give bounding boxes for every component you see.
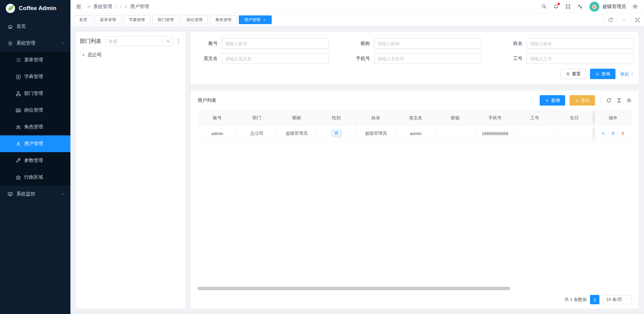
phone-input[interactable] (374, 53, 481, 64)
tab-options-dropdown[interactable] (617, 13, 631, 26)
tab-dept-mgmt[interactable]: 部门管理 (152, 15, 179, 24)
table-row[interactable]: admin 总公司 超级管理员 男 超级管理员 admin 1888888888… (198, 126, 632, 141)
collapse-filters-link[interactable]: 收起 (620, 71, 634, 77)
tab-refresh-button[interactable] (604, 13, 617, 26)
settings-button[interactable] (632, 4, 638, 9)
cell-gender: 男 (317, 126, 356, 141)
query-button[interactable]: 查询 (590, 69, 615, 79)
account-input[interactable] (222, 38, 329, 49)
home-icon (7, 24, 13, 29)
sidebar-group-monitor[interactable]: 系统监控 (0, 186, 70, 202)
sidebar-item-dept-mgmt[interactable]: 部门管理 (0, 85, 70, 102)
app-logo: Coffee Admin (0, 0, 70, 17)
cell-phone: 18888888888 (475, 126, 515, 141)
department-panel-title: 部门列表 (80, 38, 101, 45)
global-search-button[interactable] (541, 4, 547, 9)
breadcrumb-item-system[interactable]: 系统管理 (93, 4, 112, 10)
language-switch-button[interactable] (577, 4, 583, 9)
add-user-button[interactable]: 新增 (540, 95, 565, 106)
action-divider (608, 131, 608, 136)
work-no-input[interactable] (527, 53, 634, 64)
tab-user-mgmt-active[interactable]: 用户管理 (239, 15, 272, 24)
sidebar-item-label: 首页 (16, 23, 26, 29)
refresh-icon (608, 17, 613, 23)
sidebar-item-region-mgmt[interactable]: 行政区域 (0, 169, 70, 186)
sidebar-item-menu-mgmt[interactable]: 菜单管理 (0, 52, 70, 68)
menu-fold-button[interactable] (76, 4, 82, 9)
sidebar: Coffee Admin 首页 系统管理 菜单管理 字典管理 (0, 0, 70, 314)
trash-icon (566, 72, 570, 76)
department-more-button[interactable] (176, 39, 181, 44)
sidebar-group-label: 系统管理 (16, 40, 35, 46)
column-settings-button[interactable] (626, 98, 632, 103)
department-panel-header: 部门列表 (80, 36, 181, 46)
sidebar-item-home[interactable]: 首页 (0, 18, 70, 35)
sidebar-item-post-mgmt[interactable]: 岗位管理 (0, 102, 70, 119)
column-header-actions: 操作 (594, 110, 632, 126)
tab-post-mgmt[interactable]: 岗位管理 (181, 15, 208, 24)
row-height-icon (616, 98, 622, 103)
content-fullscreen-button[interactable] (631, 13, 644, 26)
sidebar-group-system[interactable]: 系统管理 (0, 35, 70, 52)
header-left: 系统管理 / 用户管理 (76, 4, 149, 10)
field-label: 账号 (191, 41, 218, 47)
tab-label: 字典管理 (129, 17, 145, 23)
tab-home[interactable]: 首页 (74, 15, 93, 24)
tree-node-root[interactable]: 总公司 (80, 52, 181, 58)
magnifier-icon (601, 131, 605, 135)
en-name-input[interactable] (222, 53, 329, 64)
tab-role-mgmt[interactable]: 角色管理 (210, 15, 237, 24)
notifications-button[interactable] (553, 4, 559, 9)
breadcrumb: 系统管理 / 用户管理 (87, 4, 149, 10)
user-list-title: 用户列表 (198, 98, 216, 104)
sidebar-item-dict-mgmt[interactable]: 字典管理 (0, 68, 70, 85)
query-button-label: 查询 (601, 71, 610, 77)
tab-close-button[interactable] (263, 18, 266, 21)
department-search-box (105, 36, 173, 46)
chevron-down-icon[interactable] (114, 5, 118, 8)
column-header-name: 姓名 (356, 110, 396, 126)
field-label: 手机号 (343, 56, 370, 62)
name-input[interactable] (527, 38, 634, 49)
department-search-button[interactable] (163, 37, 173, 46)
sidebar-item-param-mgmt[interactable]: 参数管理 (0, 152, 70, 169)
gender-badge: 男 (331, 130, 341, 137)
nickname-input[interactable] (374, 38, 481, 49)
sidebar-item-role-mgmt[interactable]: 角色管理 (0, 119, 70, 135)
tab-dict-mgmt[interactable]: 字典管理 (123, 15, 150, 24)
cell-dept: 总公司 (237, 126, 277, 141)
department-search-input[interactable] (106, 37, 163, 46)
tab-label: 角色管理 (215, 17, 231, 23)
tree-caret-icon[interactable] (82, 53, 85, 57)
translate-icon (577, 4, 583, 9)
gear-icon (632, 4, 638, 9)
row-density-button[interactable] (616, 98, 622, 103)
view-row-button[interactable] (601, 131, 605, 135)
fullscreen-arrows-icon (565, 4, 571, 9)
field-label: 英文名 (191, 56, 218, 62)
fullscreen-button[interactable] (565, 4, 571, 9)
reset-button[interactable]: 重置 (560, 69, 586, 79)
field-label: 工号 (496, 56, 523, 62)
breadcrumb-item-current: 用户管理 (130, 4, 149, 10)
delete-row-button[interactable] (621, 131, 625, 135)
column-header-account: 账号 (198, 110, 237, 126)
edit-row-button[interactable] (611, 131, 615, 135)
bell-icon (553, 4, 559, 9)
tab-menu-mgmt[interactable]: 菜单管理 (95, 15, 121, 24)
page-size-select[interactable]: 10 条/页 (603, 295, 632, 304)
tabbar-controls (604, 13, 644, 26)
close-icon (263, 18, 266, 21)
reset-button-label: 重置 (572, 71, 581, 77)
id-card-icon (15, 108, 21, 113)
user-menu[interactable]: 超级管理员 (589, 2, 626, 12)
download-icon (575, 99, 579, 103)
right-column: 账号 昵称 姓名 英文名 (191, 32, 639, 309)
refresh-table-button[interactable] (606, 98, 612, 103)
export-button[interactable]: 导出 (570, 95, 595, 106)
sidebar-item-user-mgmt[interactable]: 用户管理 (0, 135, 70, 152)
field-name: 姓名 (496, 38, 634, 49)
field-account: 账号 (191, 38, 329, 49)
page-1-button[interactable]: 1 (590, 295, 599, 304)
horizontal-scrollbar-thumb[interactable] (198, 287, 510, 290)
